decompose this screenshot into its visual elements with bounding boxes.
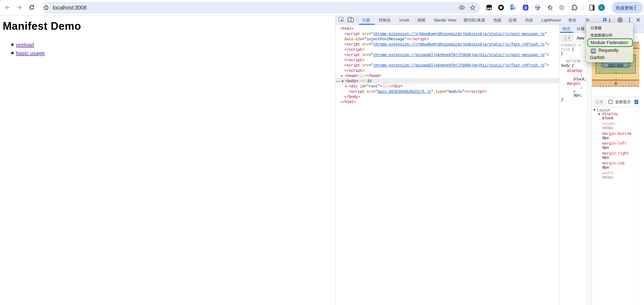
svg-text:-: - <box>615 76 616 81</box>
svg-text:-: - <box>600 63 602 68</box>
svg-text:-: - <box>593 63 595 68</box>
svg-text:⌘: ⌘ <box>560 6 563 10</box>
svg-text:-: - <box>630 63 631 68</box>
svg-text:983×969: 983×969 <box>608 63 623 68</box>
svg-text:-: - <box>637 63 638 68</box>
svg-text:8: 8 <box>615 81 617 86</box>
svg-text:G: G <box>511 5 513 8</box>
svg-text:文: 文 <box>514 7 516 10</box>
svg-text:-: - <box>615 70 616 74</box>
